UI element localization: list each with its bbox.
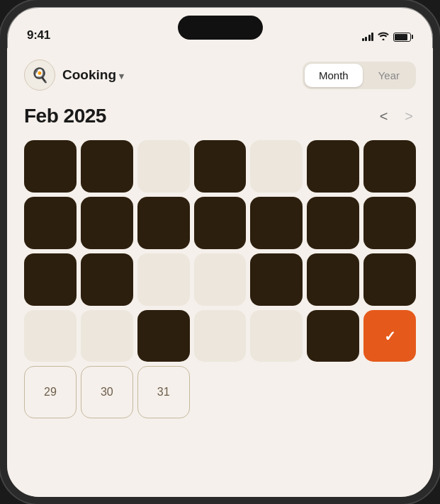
category-name: Cooking xyxy=(62,67,116,83)
overflow-cell[interactable] xyxy=(250,366,303,418)
calendar-cell[interactable] xyxy=(24,253,77,306)
category-icon: 🍳 xyxy=(24,59,55,91)
calendar-cell[interactable] xyxy=(24,310,77,362)
year-toggle-button[interactable]: Year xyxy=(364,64,414,87)
calendar-cell[interactable] xyxy=(363,140,416,193)
calendar-cell[interactable]: ✓ xyxy=(363,310,416,362)
overflow-cell[interactable]: 30 xyxy=(81,366,133,418)
calendar-cell[interactable] xyxy=(363,253,416,306)
calendar-cell[interactable] xyxy=(250,140,303,193)
calendar-cell[interactable] xyxy=(194,140,247,193)
month-year-title: Feb 2025 xyxy=(24,105,106,127)
overflow-cell[interactable] xyxy=(194,366,247,418)
calendar-cell[interactable] xyxy=(81,253,133,306)
view-toggle: Month Year xyxy=(303,62,416,89)
overflow-cell[interactable] xyxy=(363,366,416,418)
calendar-cell[interactable] xyxy=(137,310,190,362)
next-month-button[interactable]: > xyxy=(402,105,416,127)
category-selector[interactable]: 🍳 Cooking ▾ xyxy=(24,59,124,91)
chevron-down-icon: ▾ xyxy=(119,71,124,81)
calendar-cell[interactable] xyxy=(194,253,247,306)
header-row: 🍳 Cooking ▾ Month Year xyxy=(24,59,416,91)
calendar-cell[interactable] xyxy=(307,140,359,193)
calendar-cell[interactable] xyxy=(250,253,303,306)
calendar-cell[interactable] xyxy=(250,197,303,249)
calendar-cell[interactable] xyxy=(307,310,359,362)
calendar-cell[interactable] xyxy=(307,197,359,249)
dynamic-island xyxy=(178,16,263,40)
main-content: 🍳 Cooking ▾ Month Year Feb 2025 < > ✓ xyxy=(7,48,433,497)
calendar-cell[interactable] xyxy=(307,253,359,306)
calendar-cell[interactable] xyxy=(194,310,247,362)
month-nav: Feb 2025 < > xyxy=(24,105,416,127)
overflow-cell[interactable]: 29 xyxy=(24,366,77,418)
calendar-cell[interactable] xyxy=(137,253,190,306)
calendar-cell[interactable] xyxy=(81,197,133,249)
status-icons xyxy=(362,31,414,42)
battery-icon xyxy=(393,33,413,42)
phone-frame: 9:41 🍳 xyxy=(0,0,440,504)
calendar-cell[interactable] xyxy=(24,140,77,193)
overflow-cell[interactable] xyxy=(307,366,359,418)
category-label[interactable]: Cooking ▾ xyxy=(62,67,124,83)
calendar-cell[interactable] xyxy=(137,140,190,193)
status-time: 9:41 xyxy=(27,28,50,42)
prev-month-button[interactable]: < xyxy=(377,105,391,127)
calendar-cell[interactable] xyxy=(81,140,133,193)
calendar-cell[interactable] xyxy=(194,197,247,249)
wifi-icon xyxy=(378,31,389,42)
overflow-row: 293031 xyxy=(24,366,416,418)
month-toggle-button[interactable]: Month xyxy=(305,64,363,87)
calendar-cell[interactable] xyxy=(24,197,77,249)
calendar-cell[interactable] xyxy=(363,197,416,249)
calendar-grid: ✓ xyxy=(24,140,416,362)
nav-arrows: < > xyxy=(377,105,416,127)
calendar-cell[interactable] xyxy=(81,310,133,362)
overflow-cell[interactable]: 31 xyxy=(137,366,190,418)
calendar-cell[interactable] xyxy=(137,197,190,249)
signal-icon xyxy=(362,33,374,41)
calendar-cell[interactable] xyxy=(250,310,303,362)
